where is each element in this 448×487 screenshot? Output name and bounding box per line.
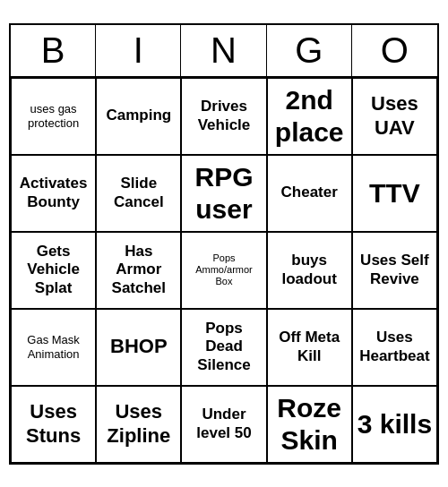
bingo-cell-9: TTV [352,155,437,232]
bingo-cell-17: Pops Dead Silence [181,309,266,386]
bingo-cell-2: Drives Vehicle [181,78,266,155]
bingo-card: BINGO uses gas protectionCampingDrives V… [9,23,439,465]
bingo-cell-3: 2nd place [267,78,352,155]
bingo-cell-14: Uses Self Revive [352,232,437,309]
bingo-cell-6: Slide Cancel [96,155,181,232]
bingo-cell-19: Uses Heartbeat [352,309,437,386]
header-letter-N: N [181,25,266,76]
bingo-cell-5: Activates Bounty [11,155,96,232]
bingo-cell-4: Uses UAV [352,78,437,155]
bingo-cell-11: Has Armor Satchel [96,232,181,309]
bingo-cell-18: Off Meta Kill [267,309,352,386]
bingo-cell-20: Uses Stuns [11,386,96,463]
header-letter-G: G [267,25,352,76]
bingo-cell-7: RPG user [181,155,266,232]
bingo-cell-22: Under level 50 [181,386,266,463]
bingo-cell-15: Gas Mask Animation [11,309,96,386]
bingo-cell-1: Camping [96,78,181,155]
bingo-cell-10: Gets Vehicle Splat [11,232,96,309]
bingo-cell-8: Cheater [267,155,352,232]
bingo-cell-13: buys loadout [267,232,352,309]
header-letter-O: O [352,25,437,76]
header-letter-I: I [96,25,181,76]
bingo-cell-21: Uses Zipline [96,386,181,463]
bingo-cell-16: BHOP [96,309,181,386]
bingo-cell-24: 3 kills [352,386,437,463]
bingo-grid: uses gas protectionCampingDrives Vehicle… [11,78,437,463]
header-letter-B: B [11,25,96,76]
bingo-cell-0: uses gas protection [11,78,96,155]
bingo-cell-12: Pops Ammo/armor Box [181,232,266,309]
bingo-header: BINGO [11,25,437,78]
bingo-cell-23: Roze Skin [267,386,352,463]
